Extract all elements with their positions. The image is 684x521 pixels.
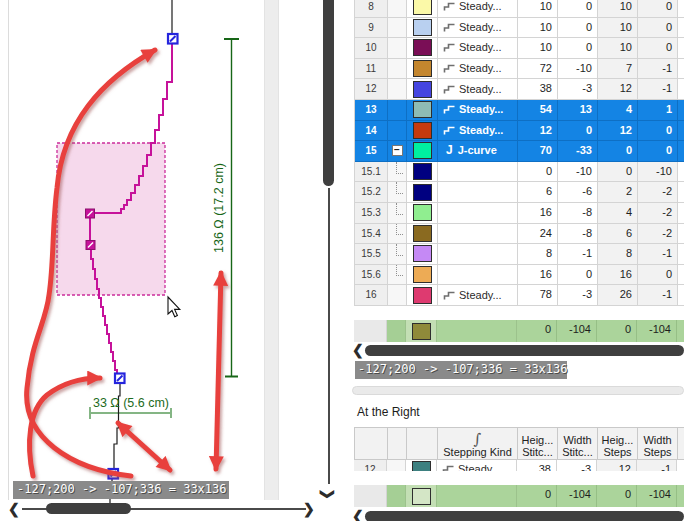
row-sliver: [678, 244, 684, 264]
header-height-steps[interactable]: Heig... Steps: [598, 428, 638, 460]
table-row[interactable]: 11Steady...72-107-1: [355, 59, 684, 80]
value-cell: 0: [598, 141, 638, 161]
swatch-cell: [407, 100, 438, 120]
value-cell: 0: [638, 141, 678, 161]
value-cell: 38: [518, 79, 558, 99]
table-row[interactable]: 12Steady...38-312-1: [355, 79, 684, 100]
color-swatch[interactable]: [413, 204, 432, 221]
color-swatch[interactable]: [413, 81, 432, 98]
table-row[interactable]: 15.424-86-2: [355, 224, 684, 245]
table-row[interactable]: 15.6160160: [355, 265, 684, 286]
table-row[interactable]: 10Steady...100100: [355, 38, 684, 59]
h-scroll-thumb[interactable]: [46, 503, 131, 514]
row-number-cell: 15.2: [355, 182, 388, 202]
color-swatch[interactable]: [413, 287, 432, 304]
color-swatch[interactable]: [413, 101, 432, 118]
scroll-left-icon[interactable]: ❮: [352, 508, 364, 521]
stepping-table-totals: 0-1040-104: [354, 320, 684, 342]
table-row[interactable]: 15.58-18-1: [355, 244, 684, 265]
stepping-icon: [443, 42, 456, 53]
swatch-cell: [407, 59, 438, 79]
color-swatch[interactable]: [413, 266, 432, 283]
arrow-height-measure: [216, 273, 221, 469]
color-swatch[interactable]: [413, 0, 432, 15]
v-scroll-thumb[interactable]: [323, 0, 334, 186]
header-swatch: [407, 428, 438, 460]
color-swatch[interactable]: [413, 60, 432, 77]
row-sliver: [678, 265, 684, 285]
scroll-left-icon[interactable]: ❮: [8, 501, 20, 517]
stepping-kind-cell: [438, 182, 518, 202]
swatch-cell: [407, 0, 438, 17]
header-width-steps[interactable]: Width Steps: [638, 428, 678, 460]
value-cell: 72: [518, 59, 558, 79]
value-cell: 16: [598, 265, 638, 285]
header-height-stitches[interactable]: Heig... Stitc...: [518, 428, 558, 460]
row-sliver: [678, 285, 684, 305]
value-cell: -2: [638, 203, 678, 223]
table-row[interactable]: 12Steady...38-312-1: [354, 460, 684, 471]
collapse-toggle[interactable]: −: [392, 145, 403, 156]
value-cell: 4: [598, 203, 638, 223]
color-swatch[interactable]: [413, 142, 432, 159]
stepping-table: 8Steady...1001009Steady...10010010Steady…: [354, 0, 684, 306]
table-row[interactable]: 15.26-62-2: [355, 182, 684, 203]
table-row[interactable]: 15−JJ-curve70-3300: [355, 141, 684, 162]
section-splitter[interactable]: [352, 386, 684, 395]
color-swatch[interactable]: [412, 461, 431, 471]
value-cell: 12: [518, 121, 558, 141]
scroll-down-icon[interactable]: ❯: [320, 488, 336, 500]
stepping-icon: [443, 125, 456, 136]
stepping-kind-label: Steady...: [459, 100, 503, 119]
color-swatch[interactable]: [413, 39, 432, 56]
value-cell: 0: [558, 18, 598, 38]
shape-designer-window: 136 Ω (17.2 cm) 33 Ω (5.6 cm) -127;200 -…: [0, 0, 684, 521]
stepping-kind-cell: Steady...: [438, 121, 518, 141]
expand-cell: [388, 38, 407, 58]
value-cell: 8: [598, 244, 638, 264]
selection-rectangle[interactable]: [57, 143, 165, 295]
expand-cell: [387, 320, 406, 342]
table-row[interactable]: 16Steady...78-326-1: [355, 285, 684, 306]
panel-splitter[interactable]: [264, 0, 279, 500]
color-swatch[interactable]: [413, 122, 432, 139]
section-title: At the Right: [357, 405, 420, 419]
value-cell: 8: [518, 244, 558, 264]
table-row[interactable]: 15.10-100-10: [355, 162, 684, 183]
expand-cell: [388, 59, 407, 79]
color-swatch[interactable]: [413, 225, 432, 242]
color-swatch[interactable]: [413, 245, 432, 262]
vertical-measure-label: 136 Ω (17.2 cm): [212, 163, 226, 253]
row-number-cell: 15.4: [355, 224, 388, 244]
table-row[interactable]: 8Steady...100100: [355, 0, 684, 18]
table-h-scroll-thumb[interactable]: [365, 345, 684, 356]
totals-row[interactable]: 0-1040-104: [354, 320, 684, 342]
header-stepping-kind[interactable]: ∫ Stepping Kind: [438, 428, 518, 460]
table-h-scroll-thumb[interactable]: [365, 511, 684, 521]
v-scroll-track[interactable]: [328, 188, 330, 484]
shape-canvas[interactable]: [0, 0, 351, 521]
table-row[interactable]: 9Steady...100100: [355, 18, 684, 39]
table-row[interactable]: 13Steady...541341: [355, 100, 684, 121]
value-cell: -1: [638, 285, 678, 305]
swatch-cell: [406, 485, 437, 507]
expand-cell: [388, 285, 407, 305]
row-sliver: [678, 59, 684, 79]
table-row[interactable]: 14Steady...120120: [355, 121, 684, 142]
color-swatch[interactable]: [413, 163, 432, 180]
scroll-right-icon[interactable]: ❯: [303, 501, 315, 517]
color-swatch[interactable]: [412, 488, 431, 505]
row-number-cell: 15.6: [355, 265, 388, 285]
value-cell: 6: [598, 224, 638, 244]
totals-row[interactable]: 0-1040-104: [354, 485, 684, 507]
color-swatch[interactable]: [413, 19, 432, 36]
stepping-kind-label: Steady...: [458, 460, 501, 471]
table-row[interactable]: 15.316-84-2: [355, 203, 684, 224]
row-number-cell: 12: [355, 79, 388, 99]
header-width-stitches[interactable]: Width Stitc...: [558, 428, 598, 460]
scroll-left-icon[interactable]: ❮: [352, 342, 364, 358]
value-cell: 16: [518, 203, 558, 223]
color-swatch[interactable]: [413, 184, 432, 201]
color-swatch[interactable]: [412, 323, 431, 340]
value-cell: -10: [638, 162, 678, 182]
